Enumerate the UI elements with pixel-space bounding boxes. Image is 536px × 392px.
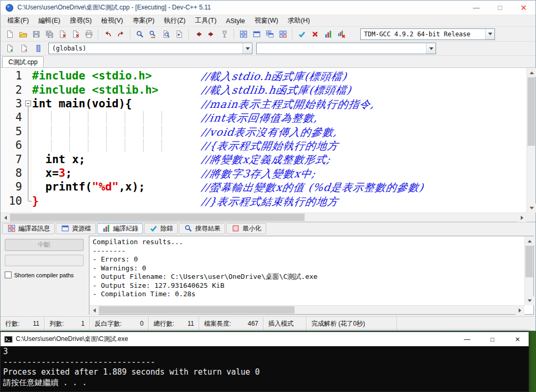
console-maximize-button[interactable]: □ [481, 332, 503, 346]
goto-line-button[interactable] [173, 28, 186, 41]
add-to-project-button[interactable] [3, 42, 16, 55]
menu-item[interactable]: 執行(Z) [159, 15, 190, 26]
editor-vscrollbar[interactable] [527, 68, 535, 213]
log-vscrollbar[interactable] [524, 236, 533, 305]
editor-tab[interactable]: C測試.cpp [2, 56, 44, 67]
console-window[interactable]: C:\Users\user\OneDrive\桌面\C測試.exe — □ ✕ … [0, 331, 529, 392]
chevron-down-icon[interactable] [242, 43, 252, 54]
redo-button[interactable] [114, 28, 127, 41]
editor-hscrollbar-thumb[interactable] [10, 214, 305, 221]
log-vscrollbar-thumb[interactable] [525, 246, 533, 277]
save-all-button[interactable] [43, 28, 56, 41]
console-output[interactable]: 3--------------------------------Process… [1, 346, 529, 391]
code-line[interactable]: 9 printf("%d",x);//螢幕輸出變數x的值 (%d是表示整數的參數… [1, 180, 527, 194]
panel-tab-debug[interactable]: 除錯 [144, 223, 178, 234]
close-button[interactable]: ✕ [512, 1, 535, 15]
menu-item[interactable]: 搜尋(S) [65, 15, 97, 26]
find-in-files-button[interactable] [159, 28, 173, 41]
compile-button[interactable] [237, 28, 250, 41]
new-file-button[interactable] [3, 28, 16, 41]
rebuild-all-button[interactable] [276, 28, 289, 41]
delete-profiling-button[interactable] [335, 28, 348, 41]
panel-tab-minimize[interactable]: 最小化 [226, 223, 266, 234]
globals-select[interactable]: (globals) [48, 43, 252, 54]
code-line[interactable]: 5//void表示沒有傳入的參數, [1, 125, 527, 138]
find-button[interactable] [133, 28, 146, 41]
code-area[interactable]: 1#include <stdio.h>//載入stdio.h函式庫(標頭檔)2#… [1, 68, 527, 213]
code-line[interactable]: 1#include <stdio.h>//載入stdio.h函式庫(標頭檔) [1, 69, 527, 83]
editor-vscrollbar-thumb[interactable] [528, 77, 535, 146]
replace-button[interactable] [146, 28, 159, 41]
scroll-down-icon[interactable] [527, 204, 536, 213]
chevron-down-icon[interactable] [485, 29, 494, 39]
fold-gutter-icon [25, 152, 32, 166]
scroll-right-icon[interactable] [518, 213, 527, 222]
close-all-button[interactable] [69, 28, 82, 41]
close-button[interactable] [56, 28, 69, 41]
toolbar-separator [188, 29, 189, 39]
compile-and-run-button[interactable] [263, 28, 276, 41]
code-line[interactable]: 4//int表示回傳值為整數, [1, 110, 527, 124]
log-hscrollbar[interactable] [89, 305, 524, 314]
close-all-icon [71, 29, 80, 38]
console-minimize-button[interactable]: — [456, 332, 478, 346]
scroll-left-icon[interactable] [89, 306, 98, 315]
code-line[interactable]: 8 x=3;//將數字3存入變數x中; [1, 166, 527, 180]
menu-item[interactable]: 視窗(W) [250, 15, 283, 26]
editor-hscrollbar[interactable] [1, 213, 527, 222]
panel-tab-compile-log[interactable]: 編譯紀錄 [97, 223, 143, 234]
members-select[interactable] [256, 43, 436, 54]
syntax-check-button[interactable] [295, 28, 308, 41]
abort-button[interactable]: 中斷 [5, 239, 84, 251]
menu-item[interactable]: 編輯(E) [34, 15, 65, 26]
stop-execution-button[interactable] [218, 28, 231, 41]
project-options-button[interactable] [32, 42, 45, 55]
fold-gutter-icon [25, 110, 32, 124]
menu-item[interactable]: AStyle [221, 15, 250, 26]
save-button[interactable] [29, 28, 43, 41]
minimize-button[interactable]: — [464, 1, 488, 15]
abort-compilation-button[interactable] [308, 28, 321, 41]
open-button[interactable] [16, 28, 29, 41]
navigate-back-button[interactable] [191, 28, 205, 41]
console-close-button[interactable]: ✕ [507, 332, 529, 346]
code-line[interactable]: 7 int x;//將變數x定義成整數形式; [1, 152, 527, 166]
scroll-down-icon[interactable] [525, 296, 534, 305]
code-line[interactable]: 3int main(void){//main表示主程式開始執行的指令, [1, 97, 527, 110]
remove-from-project-button[interactable] [17, 42, 31, 55]
fold-gutter-icon[interactable] [25, 97, 32, 110]
profile-analysis-icon [323, 29, 332, 38]
chevron-down-icon[interactable] [426, 43, 436, 54]
compiler-select[interactable]: TDM-GCC 4.9.2 64-bit Release [360, 28, 495, 40]
status-cell: 完成解析 (花了0秒) [307, 317, 397, 330]
code-line[interactable]: 10}//}表示程式結束執行的地方 [1, 194, 527, 208]
menu-item[interactable]: 檢視(V) [96, 15, 128, 26]
maximize-button[interactable]: □ [488, 1, 512, 15]
rebuild-all-icon [278, 29, 287, 38]
compile-log-view[interactable]: Compilation results...--------- Errors: … [89, 236, 534, 315]
panel-tab-search-results[interactable]: 搜尋結果 [179, 223, 225, 234]
console-title-bar[interactable]: C:\Users\user\OneDrive\桌面\C測試.exe — □ ✕ [1, 332, 529, 346]
code-line[interactable]: 2#include <stdlib.h>//載入stdlib.h函式庫(標頭檔) [1, 83, 527, 96]
menu-item[interactable]: 求助(H) [283, 15, 315, 26]
undo-button[interactable] [101, 28, 114, 41]
scroll-left-icon[interactable] [1, 213, 9, 222]
shorten-paths-option[interactable]: Shorten compiler paths [5, 272, 84, 278]
menu-item[interactable]: 檔案(F) [3, 15, 34, 26]
panel-tab-resource[interactable]: 資源檔 [56, 223, 96, 234]
shorten-paths-checkbox[interactable] [5, 272, 12, 278]
scroll-right-icon[interactable] [515, 306, 524, 315]
navigate-forward-button[interactable] [205, 28, 218, 41]
menu-item[interactable]: 工具(T) [190, 15, 221, 26]
log-hscrollbar-thumb[interactable] [99, 306, 295, 314]
panel-tab-compiler-messages[interactable]: 編譯器訊息 [2, 223, 55, 234]
profile-analysis-button[interactable] [321, 28, 335, 41]
code-line[interactable]: 6//{表示程式開始執行的地方 [1, 138, 527, 152]
print-button[interactable] [82, 28, 95, 41]
menu-item[interactable]: 專案(P) [128, 15, 159, 26]
code-editor[interactable]: 1#include <stdio.h>//載入stdio.h函式庫(標頭檔)2#… [1, 68, 535, 222]
run-button[interactable] [250, 28, 263, 41]
scroll-up-icon[interactable] [527, 68, 536, 77]
title-bar[interactable]: C:\Users\user\OneDrive\桌面\C測試.cpp - [Exe… [1, 1, 535, 15]
scroll-up-icon[interactable] [525, 236, 534, 245]
